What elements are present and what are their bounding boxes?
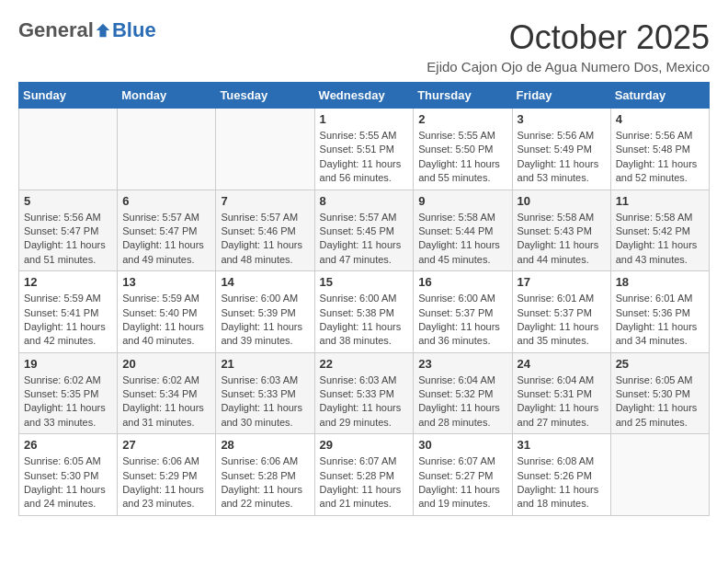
table-row: 11Sunrise: 5:58 AM Sunset: 5:42 PM Dayli…: [610, 190, 709, 271]
calendar-table: SundayMondayTuesdayWednesdayThursdayFrid…: [18, 82, 710, 516]
table-row: 9Sunrise: 5:58 AM Sunset: 5:44 PM Daylig…: [414, 190, 512, 271]
day-info: Sunrise: 5:59 AM Sunset: 5:40 PM Dayligh…: [122, 292, 210, 349]
day-number: 20: [122, 357, 210, 371]
day-number: 2: [418, 112, 506, 126]
day-number: 18: [616, 275, 704, 289]
day-number: 28: [221, 438, 309, 452]
table-row: 22Sunrise: 6:03 AM Sunset: 5:33 PM Dayli…: [314, 352, 414, 434]
table-row: 8Sunrise: 5:57 AM Sunset: 5:45 PM Daylig…: [314, 190, 414, 271]
day-number: 6: [122, 194, 210, 208]
month-title: October 2025: [427, 18, 710, 57]
day-info: Sunrise: 5:59 AM Sunset: 5:41 PM Dayligh…: [24, 292, 112, 349]
day-number: 29: [320, 438, 409, 452]
day-info: Sunrise: 6:06 AM Sunset: 5:28 PM Dayligh…: [221, 454, 309, 511]
day-number: 21: [221, 357, 309, 371]
day-number: 17: [518, 275, 606, 289]
day-number: 3: [518, 112, 606, 126]
day-info: Sunrise: 5:56 AM Sunset: 5:48 PM Dayligh…: [616, 129, 704, 186]
day-info: Sunrise: 6:00 AM Sunset: 5:38 PM Dayligh…: [320, 292, 409, 349]
day-info: Sunrise: 6:03 AM Sunset: 5:33 PM Dayligh…: [221, 373, 309, 431]
day-info: Sunrise: 6:00 AM Sunset: 5:39 PM Dayligh…: [221, 292, 309, 349]
svg-marker-0: [97, 24, 109, 37]
day-number: 14: [221, 275, 309, 289]
table-row: [118, 109, 216, 190]
day-number: 27: [122, 438, 210, 452]
calendar-week-row: 1Sunrise: 5:55 AM Sunset: 5:51 PM Daylig…: [19, 109, 710, 190]
day-number: 10: [518, 194, 606, 208]
day-number: 16: [418, 275, 506, 289]
day-number: 22: [320, 357, 409, 371]
calendar-week-row: 19Sunrise: 6:02 AM Sunset: 5:35 PM Dayli…: [19, 352, 710, 434]
day-info: Sunrise: 5:55 AM Sunset: 5:51 PM Dayligh…: [320, 129, 409, 186]
location-title: Ejido Cajon Ojo de Agua Numero Dos, Mexi…: [427, 59, 710, 75]
calendar-week-row: 5Sunrise: 5:56 AM Sunset: 5:47 PM Daylig…: [19, 190, 710, 271]
day-info: Sunrise: 5:58 AM Sunset: 5:43 PM Dayligh…: [518, 211, 606, 268]
day-number: 5: [24, 194, 112, 208]
table-row: 13Sunrise: 5:59 AM Sunset: 5:40 PM Dayli…: [118, 271, 216, 353]
day-info: Sunrise: 6:03 AM Sunset: 5:33 PM Dayligh…: [320, 373, 409, 431]
day-info: Sunrise: 5:58 AM Sunset: 5:42 PM Dayligh…: [616, 211, 704, 268]
table-row: 27Sunrise: 6:06 AM Sunset: 5:29 PM Dayli…: [118, 434, 216, 516]
day-info: Sunrise: 6:02 AM Sunset: 5:34 PM Dayligh…: [122, 373, 210, 431]
day-info: Sunrise: 6:07 AM Sunset: 5:27 PM Dayligh…: [418, 454, 506, 511]
calendar-header-sunday: Sunday: [19, 83, 118, 109]
day-info: Sunrise: 6:02 AM Sunset: 5:35 PM Dayligh…: [24, 373, 112, 431]
day-number: 1: [320, 112, 409, 126]
table-row: 28Sunrise: 6:06 AM Sunset: 5:28 PM Dayli…: [216, 434, 314, 516]
table-row: 7Sunrise: 5:57 AM Sunset: 5:46 PM Daylig…: [216, 190, 314, 271]
day-number: 15: [320, 275, 409, 289]
day-info: Sunrise: 6:07 AM Sunset: 5:28 PM Dayligh…: [320, 454, 409, 511]
table-row: 23Sunrise: 6:04 AM Sunset: 5:32 PM Dayli…: [414, 352, 512, 434]
day-info: Sunrise: 6:01 AM Sunset: 5:36 PM Dayligh…: [616, 292, 704, 349]
table-row: 2Sunrise: 5:55 AM Sunset: 5:50 PM Daylig…: [414, 109, 512, 190]
table-row: 12Sunrise: 5:59 AM Sunset: 5:41 PM Dayli…: [19, 271, 118, 353]
day-number: 24: [518, 357, 606, 371]
logo: General Blue: [18, 18, 156, 42]
day-info: Sunrise: 5:55 AM Sunset: 5:50 PM Dayligh…: [418, 129, 506, 186]
day-info: Sunrise: 6:05 AM Sunset: 5:30 PM Dayligh…: [616, 373, 704, 431]
table-row: 14Sunrise: 6:00 AM Sunset: 5:39 PM Dayli…: [216, 271, 314, 353]
day-number: 13: [122, 275, 210, 289]
table-row: 20Sunrise: 6:02 AM Sunset: 5:34 PM Dayli…: [118, 352, 216, 434]
day-number: 7: [221, 194, 309, 208]
logo-general-text: General: [18, 18, 94, 42]
table-row: 17Sunrise: 6:01 AM Sunset: 5:37 PM Dayli…: [512, 271, 610, 353]
day-info: Sunrise: 5:57 AM Sunset: 5:45 PM Dayligh…: [320, 211, 409, 268]
calendar-week-row: 26Sunrise: 6:05 AM Sunset: 5:30 PM Dayli…: [19, 434, 710, 516]
day-info: Sunrise: 6:00 AM Sunset: 5:37 PM Dayligh…: [418, 292, 506, 349]
day-info: Sunrise: 6:08 AM Sunset: 5:26 PM Dayligh…: [518, 454, 606, 511]
day-info: Sunrise: 5:56 AM Sunset: 5:47 PM Dayligh…: [24, 211, 112, 268]
day-number: 26: [24, 438, 112, 452]
day-number: 30: [418, 438, 506, 452]
day-info: Sunrise: 6:06 AM Sunset: 5:29 PM Dayligh…: [122, 454, 210, 511]
table-row: 10Sunrise: 5:58 AM Sunset: 5:43 PM Dayli…: [512, 190, 610, 271]
day-number: 23: [418, 357, 506, 371]
calendar-header-tuesday: Tuesday: [216, 83, 314, 109]
day-number: 11: [616, 194, 704, 208]
day-info: Sunrise: 5:57 AM Sunset: 5:46 PM Dayligh…: [221, 211, 309, 268]
table-row: 18Sunrise: 6:01 AM Sunset: 5:36 PM Dayli…: [610, 271, 709, 353]
calendar-header-thursday: Thursday: [414, 83, 512, 109]
day-number: 31: [518, 438, 606, 452]
logo-icon: [95, 22, 111, 39]
table-row: 26Sunrise: 6:05 AM Sunset: 5:30 PM Dayli…: [19, 434, 118, 516]
calendar-header-saturday: Saturday: [610, 83, 709, 109]
calendar-week-row: 12Sunrise: 5:59 AM Sunset: 5:41 PM Dayli…: [19, 271, 710, 353]
table-row: 3Sunrise: 5:56 AM Sunset: 5:49 PM Daylig…: [512, 109, 610, 190]
day-number: 12: [24, 275, 112, 289]
calendar-header-wednesday: Wednesday: [314, 83, 414, 109]
table-row: 6Sunrise: 5:57 AM Sunset: 5:47 PM Daylig…: [118, 190, 216, 271]
day-info: Sunrise: 6:04 AM Sunset: 5:32 PM Dayligh…: [418, 373, 506, 431]
day-number: 8: [320, 194, 409, 208]
calendar-header-monday: Monday: [118, 83, 216, 109]
table-row: [216, 109, 314, 190]
day-info: Sunrise: 6:05 AM Sunset: 5:30 PM Dayligh…: [24, 454, 112, 511]
table-row: 1Sunrise: 5:55 AM Sunset: 5:51 PM Daylig…: [314, 109, 414, 190]
table-row: 4Sunrise: 5:56 AM Sunset: 5:48 PM Daylig…: [610, 109, 709, 190]
day-info: Sunrise: 5:56 AM Sunset: 5:49 PM Dayligh…: [518, 129, 606, 186]
day-number: 4: [616, 112, 704, 126]
calendar-header-friday: Friday: [512, 83, 610, 109]
day-number: 25: [616, 357, 704, 371]
table-row: 24Sunrise: 6:04 AM Sunset: 5:31 PM Dayli…: [512, 352, 610, 434]
calendar-header-row: SundayMondayTuesdayWednesdayThursdayFrid…: [19, 83, 710, 109]
